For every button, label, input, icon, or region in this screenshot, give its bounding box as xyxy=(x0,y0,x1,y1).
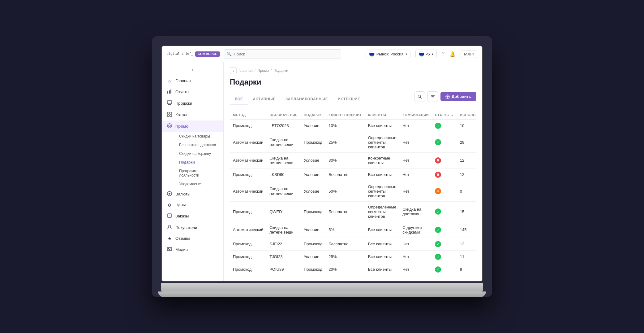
cell-gift: Условие xyxy=(301,168,325,181)
cell-clients: Все клиенты xyxy=(365,250,399,263)
cell-method: Промокод xyxy=(230,263,266,276)
sidebar-item-catalog-label: Каталог xyxy=(175,112,190,117)
sidebar-item-media-label: Медиа xyxy=(175,247,188,252)
sidebar-item-reports-label: Отчеты xyxy=(175,90,189,94)
col-designation: ОБОЗНАЧЕНИЕ xyxy=(266,109,301,120)
sidebar-item-free-delivery[interactable]: Бесплатная доставка xyxy=(175,141,223,149)
status-badge: ✓ xyxy=(435,241,441,247)
tab-expired[interactable]: ИСТЕКШИЕ xyxy=(333,94,365,104)
svg-rect-1 xyxy=(169,90,170,94)
filter-button[interactable] xyxy=(427,91,438,102)
breadcrumb-home[interactable]: Главная xyxy=(238,68,253,73)
table-row[interactable]: Промокод LKSD90 Условие Бесплатно Все кл… xyxy=(230,168,476,181)
market-label: Рынок: Россия xyxy=(376,52,404,56)
promo-icon xyxy=(167,123,172,129)
notifications-icon[interactable]: 🔔 xyxy=(449,51,456,57)
lang-chevron-icon: ▾ xyxy=(432,52,433,56)
cell-status: ✓ xyxy=(432,263,457,276)
cell-client-gets: Бесплатно xyxy=(325,238,365,250)
cell-gift: Условие xyxy=(301,152,325,168)
cell-designation: Скидка на летние вещи xyxy=(266,222,301,238)
cell-used: 145 xyxy=(457,222,476,238)
sidebar-collapse-button[interactable]: ‹ xyxy=(162,65,223,74)
table-row[interactable]: Автоматический Скидка на летние вещи Усл… xyxy=(230,181,476,201)
cell-client-gets: 10% xyxy=(325,119,365,132)
table-row[interactable]: Промокод TJGI23 Условие 25% Все клиенты … xyxy=(230,250,476,263)
search-icon: 🔍 xyxy=(227,52,232,56)
tabs-actions: Добавить xyxy=(414,91,476,104)
sidebar-item-promo[interactable]: Промо xyxy=(162,120,223,132)
cell-combinations: Нет xyxy=(399,168,432,181)
sidebar-item-sales-label: Продажи xyxy=(175,101,192,106)
help-icon[interactable]: ? xyxy=(442,51,444,57)
sidebar-item-notifications[interactable]: Уведомления xyxy=(175,180,223,188)
table-row[interactable]: Промокод QWED1 Промокод Бесплатно Опреде… xyxy=(230,201,476,222)
sidebar-item-gifts[interactable]: Подарки xyxy=(175,158,223,167)
catalog-icon xyxy=(167,112,172,118)
svg-rect-6 xyxy=(167,115,169,116)
status-badge: ⏸ xyxy=(435,157,441,164)
sidebar-item-reviews[interactable]: ★ Отзывы xyxy=(162,233,223,244)
back-button[interactable]: ‹ xyxy=(230,67,237,74)
sidebar-item-customers[interactable]: Покупатели xyxy=(162,222,223,233)
sidebar-item-loyalty[interactable]: Программа лояльности xyxy=(175,167,223,180)
sidebar-item-prices[interactable]: ⚙ Цены xyxy=(162,200,223,210)
col-client-gets: КЛИЕНТ ПОЛУЧИТ xyxy=(325,109,365,120)
table-row[interactable]: Автоматический Скидка на летние вещи Усл… xyxy=(230,152,476,168)
cell-method: Автоматический xyxy=(230,132,266,152)
col-combinations: КОМБИНАЦИИ xyxy=(399,109,432,120)
cell-status: ✓ xyxy=(432,250,457,263)
table-row[interactable]: Промокод LETO2023 Условие 10% Все клиент… xyxy=(230,119,476,132)
svg-rect-3 xyxy=(167,101,172,104)
col-status[interactable]: СТАТУС ▲ xyxy=(432,109,457,120)
cell-status: ✓ xyxy=(432,132,457,152)
cell-clients: Определенные сегменты клиентов xyxy=(365,132,399,152)
media-icon xyxy=(167,247,172,252)
sidebar-item-cart-discounts[interactable]: Скидки на корзину xyxy=(175,149,223,158)
cell-status: ✓ xyxy=(432,119,457,132)
breadcrumb-promo[interactable]: Промо xyxy=(257,68,269,73)
tab-active[interactable]: АКТИВНЫЕ xyxy=(248,94,280,104)
sidebar-item-orders[interactable]: Заказы xyxy=(162,210,223,222)
status-badge: ✓ xyxy=(435,266,441,273)
sidebar-item-catalog[interactable]: Каталог xyxy=(162,109,223,120)
status-badge: ✕ xyxy=(435,188,441,194)
sidebar-item-home[interactable]: ⌂ Главная xyxy=(162,76,223,86)
sidebar-item-discounts[interactable]: Скидки на товары xyxy=(175,132,223,141)
svg-point-8 xyxy=(167,124,172,128)
cell-designation: Скидка на летние вещи xyxy=(266,132,301,152)
cell-status: ✕ xyxy=(432,181,457,201)
russia-flag-icon xyxy=(369,51,375,57)
cell-client-gets: 50% xyxy=(325,181,365,201)
table-row[interactable]: Промокод POIU89 Промокод 20% Все клиенты… xyxy=(230,263,476,276)
reviews-icon: ★ xyxy=(167,236,172,241)
sidebar-item-sales[interactable]: Продажи xyxy=(162,98,223,109)
cell-gift: Условие xyxy=(301,250,325,263)
cell-designation: Скидка на летние вещи xyxy=(266,152,301,168)
cell-combinations: Нет xyxy=(399,263,432,276)
tab-all[interactable]: ВСЕ xyxy=(230,94,248,104)
table-row[interactable]: Промокод SJFI22 Промокод Бесплатно Все к… xyxy=(230,238,476,250)
sidebar-item-reports[interactable]: Отчеты xyxy=(162,86,223,98)
col-clients: КЛИЕНТЫ xyxy=(365,109,399,120)
cell-designation: Скидка на летние вещи xyxy=(266,181,301,201)
sidebar-item-media[interactable]: Медиа xyxy=(162,244,223,255)
lang-selector[interactable]: РУ ▾ xyxy=(415,50,437,58)
market-selector[interactable]: Рынок: Россия ▾ xyxy=(366,50,410,58)
search-input[interactable] xyxy=(224,49,341,59)
sidebar-item-home-label: Главная xyxy=(175,78,191,83)
cell-used: 12 xyxy=(457,152,476,168)
cell-used: 29 xyxy=(457,132,476,152)
cell-clients: Все клиенты xyxy=(365,119,399,132)
search-button[interactable] xyxy=(414,91,425,102)
tab-planned[interactable]: ЗАПЛАНИРОВАННЫЕ xyxy=(281,94,333,104)
sidebar-item-currencies[interactable]: Валюты xyxy=(162,188,223,200)
table-row[interactable]: Автоматический Скидка на летние вещи Усл… xyxy=(230,222,476,238)
user-menu[interactable]: МЖ ▾ xyxy=(461,50,477,58)
cell-client-gets: Бесплатно xyxy=(325,168,365,181)
table-row[interactable]: Автоматический Скидка на летние вещи Про… xyxy=(230,132,476,152)
cell-designation: POIU89 xyxy=(266,263,301,276)
add-button[interactable]: Добавить xyxy=(440,92,476,101)
cell-used: 12 xyxy=(457,168,476,181)
add-button-label: Добавить xyxy=(452,94,471,99)
